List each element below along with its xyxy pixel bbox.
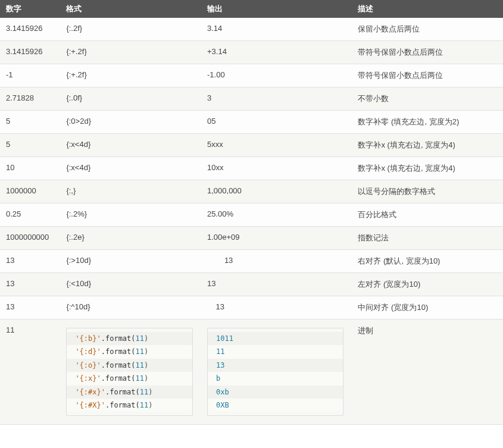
cell-output: 05 [201, 111, 352, 134]
cell-number: 13 [0, 250, 60, 273]
table-row: 13{:>10d} 13右对齐 (默认, 宽度为10) [0, 250, 503, 273]
cell-format: {:^10d} [60, 296, 201, 319]
cell-format: {:+.2f} [60, 41, 201, 64]
cell-number: 0.25 [0, 203, 60, 227]
cell-number: 3.1415926 [0, 18, 60, 41]
cell-description: 不带小数 [352, 87, 503, 111]
table-row: 0.25{:.2%}25.00%百分比格式 [0, 203, 503, 227]
cell-output: 3 [201, 87, 352, 111]
code-line: 11 [208, 345, 343, 358]
cell-format: {:.0f} [60, 87, 201, 111]
code-line: 1011 [208, 332, 343, 345]
table-row: 13{:^10d} 13中间对齐 (宽度为10) [0, 296, 503, 319]
cell-number: 11 [0, 319, 60, 425]
code-line: 0xb [208, 386, 343, 399]
code-line: '{:d}'.format(11) [67, 345, 192, 358]
cell-description: 百分比格式 [352, 203, 503, 227]
table-row: 1000000{:,}1,000,000以逗号分隔的数字格式 [0, 180, 503, 203]
cell-number: 13 [0, 273, 60, 296]
format-table: 数字 格式 输出 描述 3.1415926{:.2f}3.14保留小数点后两位3… [0, 0, 503, 425]
cell-description: 进制 [352, 319, 503, 425]
cell-output: 1,000,000 [201, 180, 352, 203]
cell-format: {:.2f} [60, 18, 201, 41]
cell-format: {:,} [60, 180, 201, 203]
header-row: 数字 格式 输出 描述 [0, 0, 503, 18]
cell-number: 1000000 [0, 180, 60, 203]
cell-format: {:>10d} [60, 250, 201, 273]
cell-format: {:.2e} [60, 227, 201, 250]
cell-format: {:<10d} [60, 273, 201, 296]
cell-description: 带符号保留小数点后两位 [352, 64, 503, 87]
cell-number: 5 [0, 111, 60, 134]
code-block-output: 10111113b0xb0XB [207, 328, 344, 416]
cell-format: {:x<4d} [60, 134, 201, 157]
code-line: '{:x}'.format(11) [67, 372, 192, 385]
cell-format: {:+.2f} [60, 64, 201, 87]
code-line: '{:#x}'.format(11) [67, 386, 192, 399]
cell-description: 中间对齐 (宽度为10) [352, 296, 503, 319]
table-row: -1{:+.2f}-1.00带符号保留小数点后两位 [0, 64, 503, 87]
cell-format: {:0>2d} [60, 111, 201, 134]
cell-output: 25.00% [201, 203, 352, 227]
header-output: 输出 [201, 0, 352, 18]
table-row: 5{:x<4d}5xxx数字补x (填充右边, 宽度为4) [0, 134, 503, 157]
table-row: 3.1415926{:.2f}3.14保留小数点后两位 [0, 18, 503, 41]
header-number: 数字 [0, 0, 60, 18]
table-row: 11'{:b}'.format(11)'{:d}'.format(11)'{:o… [0, 319, 503, 425]
code-line: '{:b}'.format(11) [67, 332, 192, 345]
cell-output-code: 10111113b0xb0XB [201, 319, 352, 425]
cell-description: 数字补x (填充右边, 宽度为4) [352, 134, 503, 157]
cell-description: 保留小数点后两位 [352, 18, 503, 41]
table-row: 2.71828{:.0f}3不带小数 [0, 87, 503, 111]
header-description: 描述 [352, 0, 503, 18]
cell-number: 1000000000 [0, 227, 60, 250]
code-line: b [208, 372, 343, 385]
cell-number: 5 [0, 134, 60, 157]
cell-description: 右对齐 (默认, 宽度为10) [352, 250, 503, 273]
cell-description: 左对齐 (宽度为10) [352, 273, 503, 296]
cell-number: 3.1415926 [0, 41, 60, 64]
header-format: 格式 [60, 0, 201, 18]
table-row: 13{:<10d}13左对齐 (宽度为10) [0, 273, 503, 296]
code-line: 0XB [208, 399, 343, 412]
cell-format-code: '{:b}'.format(11)'{:d}'.format(11)'{:o}'… [60, 319, 201, 425]
table-row: 10{:x<4d}10xx数字补x (填充右边, 宽度为4) [0, 157, 503, 180]
cell-number: 10 [0, 157, 60, 180]
cell-output: 10xx [201, 157, 352, 180]
cell-description: 数字补x (填充右边, 宽度为4) [352, 157, 503, 180]
cell-description: 指数记法 [352, 227, 503, 250]
cell-number: 13 [0, 296, 60, 319]
cell-description: 以逗号分隔的数字格式 [352, 180, 503, 203]
cell-description: 带符号保留小数点后两位 [352, 41, 503, 64]
cell-output: 3.14 [201, 18, 352, 41]
cell-output: +3.14 [201, 41, 352, 64]
cell-output: 13 [201, 273, 352, 296]
cell-output: 5xxx [201, 134, 352, 157]
cell-format: {:x<4d} [60, 157, 201, 180]
cell-format: {:.2%} [60, 203, 201, 227]
code-block-format: '{:b}'.format(11)'{:d}'.format(11)'{:o}'… [66, 328, 193, 416]
table-row: 1000000000{:.2e}1.00e+09指数记法 [0, 227, 503, 250]
code-line: 13 [208, 359, 343, 372]
table-row: 5{:0>2d}05数字补零 (填充左边, 宽度为2) [0, 111, 503, 134]
table-row: 3.1415926{:+.2f}+3.14带符号保留小数点后两位 [0, 41, 503, 64]
code-line: '{:#X}'.format(11) [67, 399, 192, 412]
cell-number: 2.71828 [0, 87, 60, 111]
cell-number: -1 [0, 64, 60, 87]
cell-output: 13 [201, 296, 352, 319]
cell-output: -1.00 [201, 64, 352, 87]
cell-output: 13 [201, 250, 352, 273]
code-line: '{:o}'.format(11) [67, 359, 192, 372]
cell-output: 1.00e+09 [201, 227, 352, 250]
cell-description: 数字补零 (填充左边, 宽度为2) [352, 111, 503, 134]
